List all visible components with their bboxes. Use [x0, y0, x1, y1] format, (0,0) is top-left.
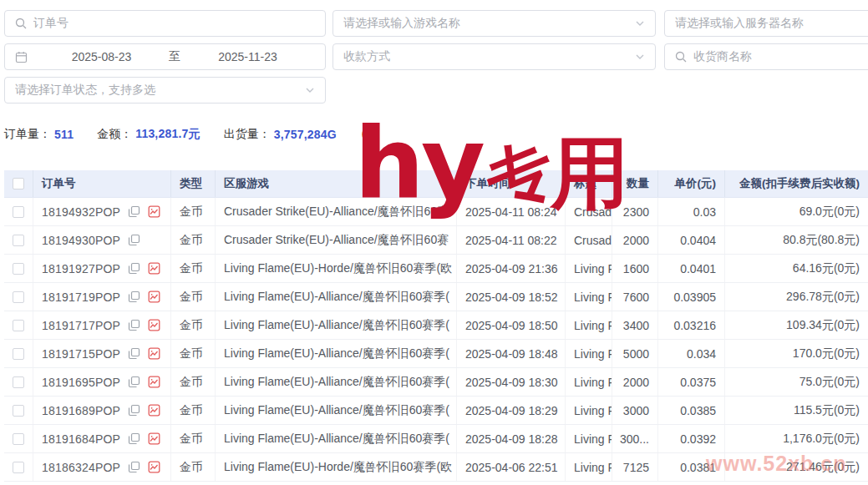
table-row[interactable]: 18191719POP 金币 Living Flame(EU)-Alliance…	[4, 283, 868, 311]
order-status-placeholder: 请选择订单状态，支持多选	[15, 83, 298, 98]
receiver-name-input[interactable]: 收货商名称	[664, 43, 868, 70]
order-count-value: 511	[54, 128, 74, 141]
image-icon[interactable]	[148, 319, 160, 331]
order-no-cell: 18191927POP	[33, 255, 171, 282]
copy-icon[interactable]	[128, 290, 140, 303]
game-select-placeholder: 请选择或输入游戏名称	[343, 16, 628, 31]
game-select[interactable]: 请选择或输入游戏名称	[332, 10, 656, 37]
table-row[interactable]: 18194930POP 金币 Crusader Strike(EU)-Allia…	[4, 226, 868, 255]
row-select-cell	[4, 198, 33, 225]
type-cell: 金币	[171, 453, 216, 481]
row-checkbox[interactable]	[13, 433, 24, 445]
unit-price-cell: 0.0381	[658, 453, 725, 481]
time-cell: 2025-04-09 18:48	[457, 340, 566, 367]
row-checkbox[interactable]	[13, 291, 24, 303]
select-all-cell	[4, 170, 33, 197]
image-icon[interactable]	[148, 432, 160, 445]
amount-cell: 75.0元(0元)	[725, 368, 868, 396]
copy-icon[interactable]	[128, 404, 140, 417]
row-checkbox[interactable]	[13, 206, 24, 218]
table-row[interactable]: 18191695POP 金币 Living Flame(EU)-Alliance…	[4, 368, 868, 397]
copy-icon[interactable]	[128, 262, 140, 275]
unit-price-cell: 0.0375	[658, 368, 725, 396]
table-row[interactable]: 18191927POP 金币 Living Flame(EU)-Horde/魔兽…	[4, 255, 868, 283]
amount-cell: 271.46元(0元)	[725, 453, 868, 481]
type-cell: 金币	[171, 255, 216, 282]
amount-cell: 109.34元(0元)	[725, 311, 868, 339]
chevron-down-icon	[635, 52, 645, 62]
order-no-cell: 18186324POP	[33, 453, 171, 481]
time-cell: 2025-04-09 18:30	[457, 368, 566, 396]
table-row[interactable]: 18191689POP 金币 Living Flame(EU)-Alliance…	[4, 397, 868, 425]
row-checkbox[interactable]	[13, 405, 24, 417]
table-row[interactable]: 18191717POP 金币 Living Flame(EU)-Alliance…	[4, 311, 868, 340]
order-count-label: 订单量：	[4, 127, 51, 142]
copy-icon[interactable]	[128, 205, 140, 218]
row-select-cell	[4, 397, 33, 424]
payment-method-placeholder: 收款方式	[343, 49, 628, 64]
unit-price-cell: 0.0404	[658, 226, 725, 254]
order-management-page: 订单号 请选择或输入游戏名称 请选择或输入服务器名称 2025-08-23 至 …	[0, 0, 868, 485]
amount-cell: 64.16元(0元)	[725, 255, 868, 282]
type-cell: 金币	[171, 311, 216, 339]
game-cell: Living Flame(EU)-Horde/魔兽怀旧60赛季(欧	[216, 453, 457, 481]
row-checkbox[interactable]	[13, 320, 24, 331]
copy-icon[interactable]	[128, 319, 140, 331]
table-row[interactable]: 18191684POP 金币 Living Flame(EU)-Alliance…	[4, 425, 868, 453]
table-row[interactable]: 18194932POP 金币 Crusader Strike(EU)-Allia…	[4, 198, 868, 226]
chevron-down-icon	[305, 85, 315, 95]
unit-price-cell: 0.034	[658, 340, 725, 367]
image-icon[interactable]	[148, 404, 160, 417]
amount-cell: 296.78元(0元)	[725, 283, 868, 311]
image-icon[interactable]	[148, 290, 160, 303]
type-cell: 金币	[171, 340, 216, 367]
image-icon[interactable]	[148, 461, 160, 473]
receiver-name-placeholder: 收货商名称	[693, 49, 868, 64]
row-checkbox[interactable]	[13, 376, 24, 388]
row-checkbox[interactable]	[13, 235, 24, 246]
unit-price-cell: 0.0385	[658, 397, 725, 424]
row-checkbox[interactable]	[13, 263, 24, 275]
header-quantity: 数量	[612, 170, 658, 197]
help-icon[interactable]: ?	[362, 128, 375, 141]
amount-cell: 1,176.0元(0元)	[725, 425, 868, 452]
unit-price-cell: 0.0401	[658, 255, 725, 282]
copy-icon[interactable]	[128, 347, 140, 360]
quantity-cell: 1600	[612, 255, 658, 282]
row-checkbox[interactable]	[13, 348, 24, 360]
order-no-input[interactable]: 订单号	[4, 10, 326, 37]
quantity-cell: 2000	[612, 368, 658, 396]
type-cell: 金币	[171, 368, 216, 396]
title-cell: Living Fl	[566, 340, 612, 367]
order-status-select[interactable]: 请选择订单状态，支持多选	[4, 77, 326, 104]
select-all-checkbox[interactable]	[13, 178, 24, 189]
image-icon[interactable]	[148, 376, 160, 388]
title-cell: Living Fl	[566, 397, 612, 424]
row-checkbox[interactable]	[13, 462, 24, 473]
image-icon[interactable]	[148, 347, 160, 360]
chevron-down-icon	[635, 18, 645, 28]
time-cell: 2025-04-06 22:51	[457, 453, 566, 481]
title-cell: Living Fl	[566, 425, 612, 452]
table-row[interactable]: 18191715POP 金币 Living Flame(EU)-Alliance…	[4, 340, 868, 368]
image-icon[interactable]	[148, 262, 160, 275]
copy-icon[interactable]	[128, 234, 140, 246]
row-select-cell	[4, 226, 33, 254]
image-icon[interactable]	[148, 205, 160, 218]
order-no-text: 18191719POP	[42, 290, 120, 304]
copy-icon[interactable]	[128, 376, 140, 388]
shipment-label: 出货量：	[224, 127, 271, 142]
time-cell: 2025-04-09 18:29	[457, 397, 566, 424]
game-cell: Living Flame(EU)-Alliance/魔兽怀旧60赛季(	[216, 311, 457, 339]
copy-icon[interactable]	[128, 461, 140, 473]
date-end-value[interactable]: 2025-11-23	[194, 50, 302, 63]
copy-icon[interactable]	[128, 432, 140, 445]
calendar-icon	[15, 51, 28, 63]
date-start-value[interactable]: 2025-08-23	[48, 50, 156, 63]
orders-table: 订单号 类型 区服游戏 下单时间 标题 数量 单价(元) 金额(扣手续费后实收额…	[4, 170, 868, 482]
date-range-picker[interactable]: 2025-08-23 至 2025-11-23	[4, 43, 326, 70]
payment-method-select[interactable]: 收款方式	[332, 43, 656, 70]
server-select[interactable]: 请选择或输入服务器名称	[664, 10, 868, 37]
table-row[interactable]: 18186324POP 金币 Living Flame(EU)-Horde/魔兽…	[4, 453, 868, 482]
order-no-cell: 18194932POP	[33, 198, 171, 225]
